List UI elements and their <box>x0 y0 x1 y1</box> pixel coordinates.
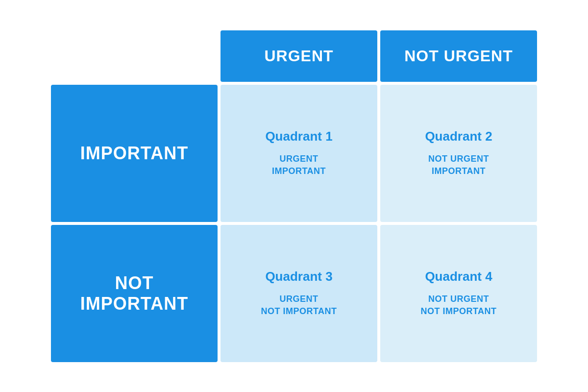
important-row-label: IMPORTANT <box>51 85 218 222</box>
quadrant-2: Quadrant 2 NOT URGENT IMPORTANT <box>380 85 537 222</box>
urgent-header: URGENT <box>220 30 377 82</box>
quadrant-4: Quadrant 4 NOT URGENT NOT IMPORTANT <box>380 225 537 362</box>
not-urgent-header: NOT URGENT <box>380 30 537 82</box>
not-important-row-label: NOT IMPORTANT <box>51 225 218 362</box>
quadrant-3: Quadrant 3 URGENT NOT IMPORTANT <box>220 225 377 362</box>
eisenhower-matrix: URGENT NOT URGENT IMPORTANT Quadrant 1 U… <box>31 11 557 382</box>
corner-cell <box>51 30 218 82</box>
quadrant-1: Quadrant 1 URGENT IMPORTANT <box>220 85 377 222</box>
